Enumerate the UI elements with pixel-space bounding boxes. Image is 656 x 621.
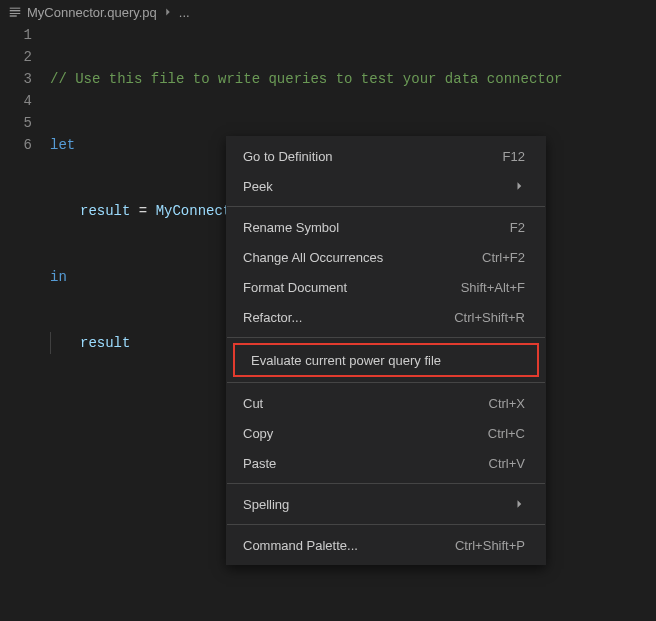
menu-item-label: Paste <box>243 456 276 471</box>
identifier-token: result <box>80 200 130 222</box>
indent-guide <box>50 332 51 354</box>
menu-item-label: Go to Definition <box>243 149 333 164</box>
context-menu: Go to Definition F12 Peek Rename Symbol … <box>226 136 546 565</box>
line-number: 2 <box>0 46 32 68</box>
file-icon <box>8 5 22 19</box>
menu-item-cut[interactable]: Cut Ctrl+X <box>227 388 545 418</box>
menu-separator <box>227 524 545 525</box>
menu-item-evaluate-power-query[interactable]: Evaluate current power query file <box>235 345 537 375</box>
menu-item-shortcut: F12 <box>503 149 525 164</box>
menu-item-change-all-occurrences[interactable]: Change All Occurrences Ctrl+F2 <box>227 242 545 272</box>
menu-item-format-document[interactable]: Format Document Shift+Alt+F <box>227 272 545 302</box>
menu-separator <box>227 382 545 383</box>
chevron-right-icon <box>513 180 525 192</box>
line-number: 3 <box>0 68 32 90</box>
menu-separator <box>227 206 545 207</box>
chevron-right-icon <box>161 5 175 19</box>
menu-item-label: Spelling <box>243 497 289 512</box>
menu-item-spelling[interactable]: Spelling <box>227 489 545 519</box>
operator-token: = <box>130 200 155 222</box>
line-number: 6 <box>0 134 32 156</box>
line-number: 5 <box>0 112 32 134</box>
menu-item-label: Command Palette... <box>243 538 358 553</box>
menu-item-command-palette[interactable]: Command Palette... Ctrl+Shift+P <box>227 530 545 560</box>
menu-item-peek[interactable]: Peek <box>227 171 545 201</box>
menu-item-label: Copy <box>243 426 273 441</box>
breadcrumb[interactable]: MyConnector.query.pq ... <box>0 0 656 24</box>
menu-item-label: Cut <box>243 396 263 411</box>
menu-separator <box>227 337 545 338</box>
menu-item-shortcut: Ctrl+C <box>488 426 525 441</box>
menu-item-shortcut: Ctrl+X <box>489 396 525 411</box>
menu-separator <box>227 483 545 484</box>
menu-item-shortcut: Ctrl+F2 <box>482 250 525 265</box>
menu-item-rename-symbol[interactable]: Rename Symbol F2 <box>227 212 545 242</box>
breadcrumb-filename[interactable]: MyConnector.query.pq <box>27 5 157 20</box>
highlight-annotation: Evaluate current power query file <box>233 343 539 377</box>
menu-item-shortcut: Ctrl+V <box>489 456 525 471</box>
menu-item-label: Rename Symbol <box>243 220 339 235</box>
chevron-right-icon <box>513 498 525 510</box>
menu-item-shortcut: F2 <box>510 220 525 235</box>
menu-item-label: Evaluate current power query file <box>251 353 441 368</box>
menu-item-label: Change All Occurrences <box>243 250 383 265</box>
menu-item-label: Refactor... <box>243 310 302 325</box>
identifier-token: result <box>80 332 130 354</box>
keyword-token: in <box>50 266 67 288</box>
code-line[interactable]: // Use this file to write queries to tes… <box>50 68 656 90</box>
menu-item-label: Peek <box>243 179 273 194</box>
menu-item-go-to-definition[interactable]: Go to Definition F12 <box>227 141 545 171</box>
line-number: 4 <box>0 90 32 112</box>
line-number: 1 <box>0 24 32 46</box>
breadcrumb-trail[interactable]: ... <box>179 5 190 20</box>
menu-item-label: Format Document <box>243 280 347 295</box>
menu-item-paste[interactable]: Paste Ctrl+V <box>227 448 545 478</box>
menu-item-shortcut: Shift+Alt+F <box>461 280 525 295</box>
menu-item-refactor[interactable]: Refactor... Ctrl+Shift+R <box>227 302 545 332</box>
keyword-token: let <box>50 134 75 156</box>
line-number-gutter: 1 2 3 4 5 6 <box>0 24 50 464</box>
menu-item-shortcut: Ctrl+Shift+P <box>455 538 525 553</box>
menu-item-shortcut: Ctrl+Shift+R <box>454 310 525 325</box>
menu-item-copy[interactable]: Copy Ctrl+C <box>227 418 545 448</box>
comment-token: // Use this file to write queries to tes… <box>50 68 562 90</box>
